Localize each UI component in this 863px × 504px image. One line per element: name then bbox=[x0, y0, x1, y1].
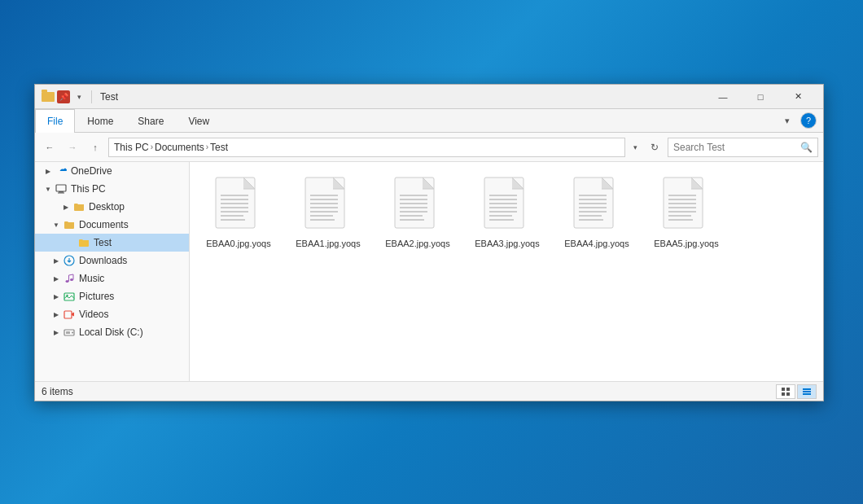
file-area: EBAA0.jpg.yoqs bbox=[190, 162, 823, 381]
svg-rect-64 bbox=[786, 388, 790, 391]
svg-rect-1 bbox=[59, 191, 64, 193]
sidebar-item-this-pc[interactable]: ▼ This PC bbox=[35, 180, 189, 198]
ribbon-right: ▾ ? bbox=[773, 109, 823, 132]
file-icon bbox=[392, 176, 444, 234]
sidebar-item-desktop[interactable]: ▶ Desktop bbox=[35, 198, 189, 216]
pc-icon bbox=[55, 182, 68, 195]
status-bar: 6 items bbox=[35, 381, 823, 401]
tab-home[interactable]: Home bbox=[75, 109, 125, 132]
music-icon bbox=[63, 272, 76, 285]
grid-view-button[interactable] bbox=[776, 384, 795, 399]
sidebar-label-onedrive: OneDrive bbox=[71, 165, 112, 177]
svg-point-4 bbox=[66, 280, 69, 283]
svg-rect-2 bbox=[58, 193, 64, 194]
expand-arrow-icon bbox=[64, 236, 77, 249]
sidebar-item-onedrive[interactable]: ▶ OneDrive bbox=[35, 162, 189, 180]
drive-icon bbox=[63, 326, 76, 339]
sidebar-label-downloads: Downloads bbox=[79, 255, 127, 266]
breadcrumb-test: Test bbox=[210, 142, 228, 153]
svg-point-5 bbox=[70, 278, 73, 281]
file-icon bbox=[660, 176, 712, 234]
ribbon-collapse-btn[interactable]: ▾ bbox=[779, 112, 795, 129]
breadcrumb-this-pc: This PC bbox=[114, 142, 149, 153]
address-box[interactable]: This PC › Documents › Test bbox=[108, 138, 625, 157]
close-button[interactable]: ✕ bbox=[779, 85, 817, 109]
file-item[interactable]: EBAA2.jpg.yoqs bbox=[377, 170, 458, 255]
svg-line-8 bbox=[69, 274, 74, 275]
search-input[interactable] bbox=[673, 142, 800, 153]
sidebar-label-local-disk: Local Disk (C:) bbox=[79, 327, 143, 338]
expand-arrow-icon: ▶ bbox=[50, 326, 63, 339]
desktop-folder-icon bbox=[72, 200, 85, 213]
expand-arrow-icon: ▶ bbox=[50, 290, 63, 303]
address-bar: ← → ↑ This PC › Documents › Test ▾ ↻ 🔍 bbox=[35, 133, 823, 162]
tab-file[interactable]: File bbox=[35, 109, 75, 133]
expand-arrow-icon: ▶ bbox=[59, 200, 72, 213]
pictures-icon bbox=[63, 290, 76, 303]
up-button[interactable]: ↑ bbox=[85, 138, 105, 157]
documents-folder-icon bbox=[63, 218, 76, 231]
onedrive-icon bbox=[55, 164, 68, 177]
test-folder-icon bbox=[77, 236, 90, 249]
window-title: Test bbox=[100, 91, 704, 103]
expand-arrow-icon: ▶ bbox=[50, 308, 63, 321]
maximize-button[interactable]: □ bbox=[742, 85, 779, 109]
expand-arrow-icon: ▼ bbox=[42, 182, 55, 195]
search-box: 🔍 bbox=[668, 138, 818, 157]
file-explorer-window: 📌 ▾ Test — □ ✕ File Home Share View bbox=[34, 84, 824, 401]
file-item[interactable]: EBAA4.jpg.yoqs bbox=[556, 170, 637, 255]
breadcrumb-sep-1: › bbox=[151, 142, 153, 151]
item-count: 6 items bbox=[42, 386, 776, 397]
tab-share[interactable]: Share bbox=[125, 109, 176, 132]
file-item[interactable]: EBAA3.jpg.yoqs bbox=[467, 170, 548, 255]
ribbon: File Home Share View ▾ ? bbox=[35, 109, 823, 133]
svg-rect-68 bbox=[803, 391, 811, 392]
main-content: ▶ OneDrive ▼ This PC ▶ Desktop bbox=[35, 162, 823, 381]
tab-view[interactable]: View bbox=[176, 109, 221, 132]
sidebar-item-music[interactable]: ▶ Music bbox=[35, 270, 189, 287]
folder-icon bbox=[42, 92, 55, 102]
file-item[interactable]: EBAA0.jpg.yoqs bbox=[198, 170, 279, 255]
address-dropdown-btn[interactable]: ▾ bbox=[629, 138, 642, 157]
search-button[interactable]: 🔍 bbox=[800, 142, 813, 153]
downloads-icon bbox=[63, 254, 76, 267]
refresh-button[interactable]: ↻ bbox=[645, 138, 664, 157]
sidebar-label-this-pc: This PC bbox=[71, 183, 106, 195]
expand-arrow-icon: ▶ bbox=[50, 272, 63, 285]
list-view-button[interactable] bbox=[797, 384, 817, 399]
sidebar-item-pictures[interactable]: ▶ Pictures bbox=[35, 287, 189, 305]
sidebar-item-downloads[interactable]: ▶ Downloads bbox=[35, 252, 189, 270]
back-button[interactable]: ← bbox=[40, 138, 59, 157]
forward-button[interactable]: → bbox=[63, 138, 82, 157]
expand-arrow-icon: ▶ bbox=[50, 254, 63, 267]
ribbon-tabs: File Home Share View ▾ ? bbox=[35, 109, 823, 132]
breadcrumb-sep-2: › bbox=[206, 142, 208, 151]
file-name: EBAA3.jpg.yoqs bbox=[475, 238, 540, 249]
sidebar-item-documents[interactable]: ▼ Documents bbox=[35, 216, 189, 234]
svg-rect-0 bbox=[56, 185, 66, 191]
sidebar-item-videos[interactable]: ▶ Videos bbox=[35, 305, 189, 323]
file-icon bbox=[571, 176, 623, 234]
svg-rect-11 bbox=[64, 311, 72, 318]
sidebar-label-videos: Videos bbox=[79, 309, 108, 320]
sidebar-label-documents: Documents bbox=[79, 219, 129, 230]
svg-rect-67 bbox=[803, 388, 811, 390]
file-icon bbox=[481, 176, 533, 234]
sidebar-item-local-disk[interactable]: ▶ Local Disk (C:) bbox=[35, 323, 189, 341]
sidebar-item-test[interactable]: Test bbox=[35, 234, 189, 252]
ribbon-spacer bbox=[221, 109, 773, 132]
sidebar-label-pictures: Pictures bbox=[79, 291, 114, 302]
window-controls: — □ ✕ bbox=[704, 85, 817, 109]
svg-rect-63 bbox=[782, 388, 785, 391]
file-item[interactable]: EBAA5.jpg.yoqs bbox=[646, 170, 727, 255]
expand-arrow-icon: ▼ bbox=[50, 218, 63, 231]
file-name: EBAA1.jpg.yoqs bbox=[296, 238, 361, 249]
file-item[interactable]: EBAA1.jpg.yoqs bbox=[287, 170, 369, 255]
help-button[interactable]: ? bbox=[800, 112, 817, 129]
minimize-button[interactable]: — bbox=[704, 85, 742, 109]
file-grid: EBAA0.jpg.yoqs bbox=[198, 170, 815, 255]
svg-rect-13 bbox=[66, 331, 70, 334]
sidebar-label-test: Test bbox=[94, 237, 112, 248]
dropdown-arrow-icon: ▾ bbox=[72, 90, 85, 103]
file-icon bbox=[302, 176, 354, 234]
